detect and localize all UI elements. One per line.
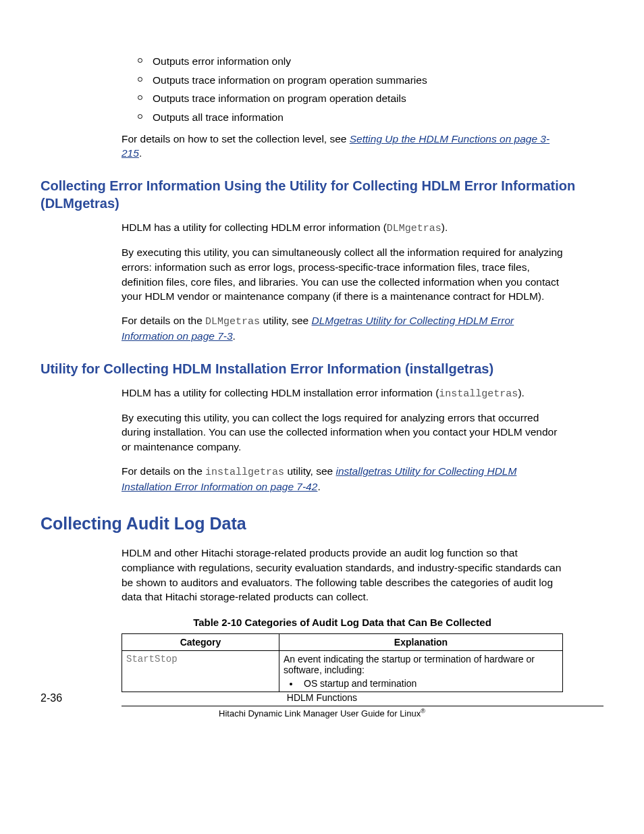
- heading-installgetras: Utility for Collecting HDLM Installation…: [41, 360, 603, 377]
- code-installgetras: installgetras: [205, 467, 284, 478]
- text-segment: For details on the: [122, 465, 205, 477]
- list-item: OS startup and termination: [300, 678, 558, 689]
- dlmgetras-description: By executing this utility, you can simul…: [122, 245, 563, 304]
- explanation-list: OS startup and termination: [300, 678, 558, 689]
- footer-rule: [122, 706, 603, 706]
- registered-mark: ®: [421, 708, 425, 714]
- audit-categories-table: Category Explanation StartStop An event …: [122, 633, 563, 692]
- table-header-row: Category Explanation: [122, 634, 563, 651]
- list-item: Outputs trace information on program ope…: [153, 73, 563, 88]
- text-segment: For details on the: [122, 315, 205, 326]
- page-footer: 2-36 HDLM Functions Hitachi Dynamic Link…: [41, 692, 603, 719]
- heading-dlmgetras: Collecting Error Information Using the U…: [41, 177, 603, 212]
- installgetras-ref: For details on the installgetras utility…: [122, 464, 563, 494]
- heading-audit-log: Collecting Audit Log Data: [41, 514, 603, 533]
- text-segment: utility, see: [284, 465, 336, 477]
- text-segment: .: [139, 147, 142, 159]
- text-segment: ).: [518, 387, 524, 398]
- text-segment: Hitachi Dynamic Link Manager User Guide …: [219, 708, 421, 719]
- dlmgetras-intro: HDLM has a utility for collecting HDLM e…: [122, 220, 563, 236]
- text-segment: HDLM has a utility for collecting HDLM i…: [122, 387, 439, 398]
- text-segment: HDLM has a utility for collecting HDLM e…: [122, 221, 387, 233]
- list-item: Outputs all trace information: [153, 110, 563, 125]
- footer-section-title: HDLM Functions: [41, 692, 603, 703]
- table-row: StartStop An event indicating the startu…: [122, 651, 563, 692]
- dlmgetras-ref: For details on the DLMgetras utility, se…: [122, 313, 563, 344]
- text-segment: utility, see: [260, 315, 311, 326]
- list-item: Outputs error information only: [153, 54, 563, 69]
- page-number: 2-36: [41, 692, 62, 704]
- cell-explanation: An event indicating the startup or termi…: [279, 651, 563, 692]
- code-dlmgetras: DLMgetras: [205, 316, 260, 328]
- audit-log-intro: HDLM and other Hitachi storage-related p…: [122, 546, 563, 604]
- footer-doc-title: Hitachi Dynamic Link Manager User Guide …: [41, 708, 603, 719]
- collection-level-para: For details on how to set the collection…: [122, 132, 563, 161]
- text-segment: ).: [441, 221, 448, 233]
- text-segment: .: [317, 481, 320, 492]
- th-category: Category: [122, 634, 279, 651]
- th-explanation: Explanation: [279, 634, 563, 651]
- text-segment: An event indicating the startup or termi…: [284, 654, 535, 675]
- text-segment: For details on how to set the collection…: [122, 133, 350, 145]
- cell-category: StartStop: [122, 651, 279, 692]
- code-dlmgetras: DLMgetras: [387, 223, 441, 234]
- installgetras-intro: HDLM has a utility for collecting HDLM i…: [122, 386, 563, 401]
- code-installgetras: installgetras: [439, 388, 518, 400]
- text-segment: .: [233, 330, 236, 342]
- list-item: Outputs trace information on program ope…: [153, 91, 563, 106]
- trace-level-list: Outputs error information only Outputs t…: [122, 54, 563, 125]
- installgetras-description: By executing this utility, you can colle…: [122, 411, 563, 454]
- table-caption: Table 2-10 Categories of Audit Log Data …: [122, 617, 563, 628]
